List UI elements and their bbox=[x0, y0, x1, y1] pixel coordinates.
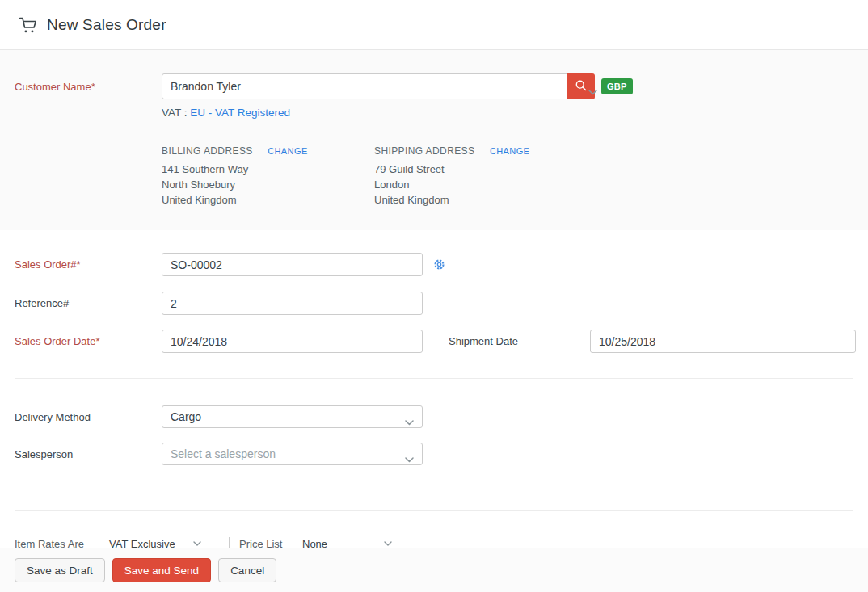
customer-name-label: Customer Name* bbox=[15, 81, 162, 93]
billing-address-line: North Shoebury bbox=[162, 178, 374, 192]
shipping-change-link[interactable]: CHANGE bbox=[490, 146, 529, 156]
section-divider bbox=[15, 510, 853, 511]
delivery-method-label: Delivery Method bbox=[15, 411, 162, 423]
sales-order-number-label: Sales Order#* bbox=[15, 258, 162, 271]
addresses: BILLING ADDRESS CHANGE 141 Southern Way … bbox=[162, 143, 868, 208]
salesperson-select[interactable]: Select a salesperson bbox=[162, 443, 423, 465]
customer-name-input[interactable] bbox=[162, 73, 567, 99]
billing-address-heading: BILLING ADDRESS bbox=[162, 145, 253, 157]
save-and-send-button[interactable]: Save and Send bbox=[112, 558, 211, 582]
page-header: New Sales Order bbox=[0, 0, 868, 50]
order-date-label: Sales Order Date* bbox=[15, 335, 162, 347]
order-details-section: Sales Order#* Reference# Sales Order Dat… bbox=[0, 230, 868, 551]
billing-address-line: 141 Southern Way bbox=[162, 162, 374, 177]
cancel-button[interactable]: Cancel bbox=[218, 558, 276, 582]
customer-name-row: Customer Name* GBP bbox=[15, 73, 868, 99]
vat-treatment: VAT : EU - VAT Registered bbox=[162, 107, 868, 119]
new-sales-order-page: New Sales Order Customer Name* GBP VAT :… bbox=[0, 0, 868, 592]
chevron-down-icon[interactable] bbox=[588, 84, 597, 99]
dates-row: Sales Order Date* Shipment Date bbox=[15, 330, 868, 353]
shipping-address-line: London bbox=[374, 178, 529, 192]
section-divider bbox=[15, 378, 853, 379]
sales-order-number-row: Sales Order#* bbox=[15, 253, 868, 276]
order-date-input[interactable] bbox=[162, 330, 423, 353]
sales-order-number-input[interactable] bbox=[162, 253, 423, 276]
customer-section: Customer Name* GBP VAT : EU - VAT Regist… bbox=[0, 50, 868, 230]
billing-address-block: BILLING ADDRESS CHANGE 141 Southern Way … bbox=[162, 143, 374, 208]
shipping-address-line: United Kingdom bbox=[374, 193, 529, 208]
reference-label: Reference# bbox=[15, 297, 162, 309]
currency-badge: GBP bbox=[601, 78, 633, 94]
delivery-method-row: Delivery Method Cargo bbox=[15, 405, 868, 428]
reference-input[interactable] bbox=[162, 292, 423, 315]
cart-icon bbox=[18, 15, 39, 36]
salesperson-label: Salesperson bbox=[15, 448, 162, 460]
salesperson-row: Salesperson Select a salesperson bbox=[15, 443, 868, 465]
shipping-address-block: SHIPPING ADDRESS CHANGE 79 Guild Street … bbox=[374, 143, 529, 208]
vat-treatment-link[interactable]: EU - VAT Registered bbox=[190, 107, 290, 119]
chevron-down-icon bbox=[405, 452, 414, 465]
reference-row: Reference# bbox=[15, 292, 868, 315]
shipment-date-label: Shipment Date bbox=[449, 335, 590, 347]
billing-address-line: United Kingdom bbox=[162, 193, 374, 208]
page-title: New Sales Order bbox=[47, 16, 166, 34]
action-footer: Save as Draft Save and Send Cancel bbox=[0, 548, 868, 592]
shipment-date-input[interactable] bbox=[590, 330, 856, 353]
shipping-address-heading: SHIPPING ADDRESS bbox=[374, 145, 474, 157]
delivery-method-value: Cargo bbox=[171, 410, 201, 423]
billing-change-link[interactable]: CHANGE bbox=[268, 146, 307, 156]
vat-label: VAT : bbox=[162, 107, 188, 119]
gear-icon[interactable] bbox=[433, 258, 445, 271]
chevron-down-icon bbox=[384, 541, 392, 546]
delivery-method-select[interactable]: Cargo bbox=[162, 405, 423, 428]
customer-name-combobox: GBP bbox=[162, 73, 633, 99]
chevron-down-icon bbox=[193, 541, 201, 546]
search-icon bbox=[575, 79, 588, 94]
salesperson-placeholder: Select a salesperson bbox=[171, 447, 276, 460]
chevron-down-icon bbox=[405, 415, 414, 428]
shipping-address-line: 79 Guild Street bbox=[374, 162, 529, 177]
save-as-draft-button[interactable]: Save as Draft bbox=[15, 558, 105, 582]
